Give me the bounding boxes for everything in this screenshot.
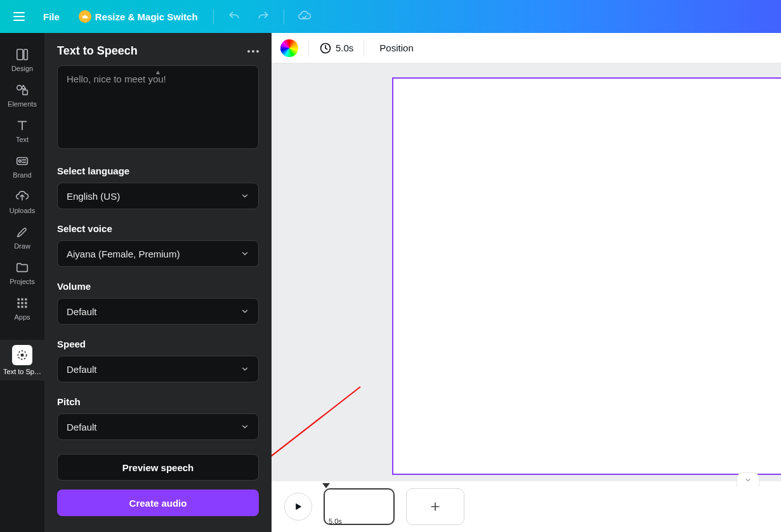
file-menu[interactable]: File [38, 9, 65, 25]
svg-rect-11 [25, 302, 27, 304]
sidebar-item-design[interactable]: Design [0, 42, 44, 77]
header-divider [284, 9, 284, 24]
panel-more-button[interactable] [247, 50, 259, 53]
cloud-check-icon [298, 10, 312, 23]
svg-rect-14 [25, 306, 27, 308]
sidebar-item-label: Brand [13, 171, 31, 179]
sidebar-item-brand[interactable]: Brand [0, 148, 44, 184]
elements-icon [15, 82, 30, 98]
svg-rect-13 [21, 306, 23, 308]
language-label: Select language [57, 165, 259, 176]
cloud-sync-button[interactable] [294, 6, 315, 27]
voice-label: Select voice [57, 223, 259, 234]
select-value: Default [67, 422, 97, 432]
redo-button[interactable] [253, 6, 273, 27]
sidebar-item-elements[interactable]: Elements [0, 77, 44, 113]
text-icon [15, 118, 30, 133]
color-picker-button[interactable] [280, 39, 298, 57]
volume-select[interactable]: Default [57, 298, 259, 325]
crown-icon [79, 10, 91, 23]
timeline-collapse-button[interactable] [737, 472, 759, 486]
svg-point-16 [21, 354, 24, 357]
undo-icon [228, 10, 240, 23]
panel-title: Text to Speech [57, 44, 138, 58]
language-select[interactable]: English (US) [57, 183, 259, 209]
scroll-up-indicator: ▲ [155, 68, 161, 75]
speed-select[interactable]: Default [57, 356, 259, 382]
uploads-icon [15, 189, 30, 204]
brand-icon [15, 153, 30, 169]
undo-button[interactable] [224, 6, 244, 27]
sidebar-item-label: Projects [10, 278, 35, 285]
sidebar-item-label: Design [11, 65, 33, 72]
sidebar-item-label: Draw [14, 242, 30, 250]
volume-label: Volume [57, 281, 259, 292]
chevron-down-icon [240, 307, 249, 316]
sidebar-item-text-to-speech[interactable]: Text to Sp… [0, 340, 44, 380]
design-icon [15, 47, 30, 62]
create-audio-button[interactable]: Create audio [57, 490, 259, 516]
timeline: 5.0s [272, 481, 781, 532]
thumb-duration-label: 5.0s [329, 517, 342, 525]
svg-point-5 [19, 160, 22, 162]
chevron-down-icon [240, 422, 249, 431]
voice-select[interactable]: Aiyana (Female, Premium) [57, 240, 259, 267]
svg-rect-7 [21, 299, 23, 301]
resize-magic-switch-button[interactable]: Resize & Magic Switch [74, 8, 203, 25]
duration-value: 5.0s [336, 42, 353, 53]
select-value: English (US) [67, 191, 120, 202]
resize-label: Resize & Magic Switch [95, 11, 198, 22]
svg-rect-9 [18, 302, 20, 304]
toolbar-divider [308, 40, 309, 56]
tts-text-input[interactable]: Hello, nice to meet you! [57, 65, 259, 149]
redo-icon [257, 10, 270, 23]
sidebar-item-label: Text [16, 136, 29, 143]
chevron-down-icon [240, 191, 249, 200]
canvas-viewport[interactable] [272, 63, 781, 481]
clock-icon [319, 42, 332, 55]
sidebar-item-uploads[interactable]: Uploads [0, 184, 44, 219]
duration-button[interactable]: 5.0s [319, 42, 353, 55]
toolbar-divider [364, 40, 364, 56]
sidebar-item-draw[interactable]: Draw [0, 219, 44, 255]
text-to-speech-app-icon [12, 345, 32, 365]
pitch-label: Pitch [57, 396, 259, 407]
hamburger-icon [13, 12, 25, 21]
play-icon [292, 501, 304, 512]
svg-rect-1 [24, 49, 28, 60]
svg-line-18 [272, 387, 360, 481]
sidebar-item-projects[interactable]: Projects [0, 255, 44, 290]
canvas-page[interactable] [392, 77, 781, 475]
pitch-select[interactable]: Default [57, 413, 259, 440]
select-value: Default [67, 306, 97, 317]
svg-rect-6 [18, 299, 20, 301]
timeline-page-thumb[interactable]: 5.0s [324, 488, 395, 525]
draw-icon [15, 224, 30, 240]
app-header: File Resize & Magic Switch [0, 0, 781, 33]
add-page-button[interactable] [406, 488, 464, 525]
speed-label: Speed [57, 339, 259, 349]
canvas-area: 5.0s Position 5.0s [272, 33, 781, 532]
plus-icon [429, 500, 442, 513]
projects-icon [15, 260, 30, 275]
chevron-down-icon [744, 476, 752, 484]
sidebar-item-apps[interactable]: Apps [0, 290, 44, 326]
text-to-speech-panel: Text to Speech ▲ Hello, nice to meet you… [44, 33, 272, 532]
sidebar-item-label: Elements [8, 100, 37, 108]
position-button[interactable]: Position [374, 40, 418, 56]
sidebar-item-text[interactable]: Text [0, 113, 44, 148]
preview-speech-button[interactable]: Preview speech [57, 454, 259, 481]
sidebar-item-label: Uploads [10, 207, 35, 214]
svg-rect-0 [17, 49, 23, 60]
svg-rect-3 [23, 90, 27, 94]
play-button[interactable] [284, 493, 312, 521]
svg-rect-10 [21, 302, 23, 304]
context-toolbar: 5.0s Position [272, 33, 781, 63]
select-value: Default [67, 364, 97, 375]
chevron-down-icon [240, 249, 249, 258]
left-sidebar: Design Elements Text Brand Uploads Draw [0, 33, 44, 532]
select-value: Aiyana (Female, Premium) [67, 249, 180, 259]
hamburger-menu-button[interactable] [9, 6, 29, 27]
sidebar-item-label: Apps [14, 313, 30, 321]
apps-icon [15, 295, 30, 311]
